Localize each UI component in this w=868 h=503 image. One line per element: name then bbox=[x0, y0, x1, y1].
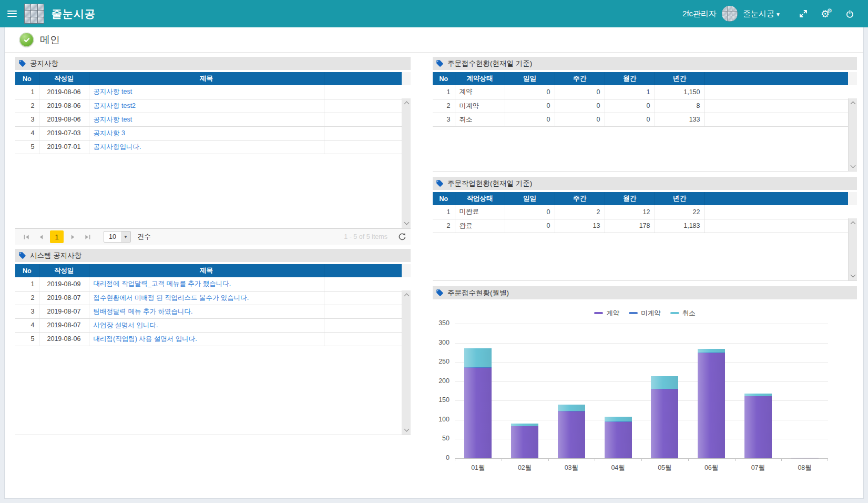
x-axis-tick bbox=[735, 458, 736, 461]
column-header[interactable]: No bbox=[15, 264, 39, 277]
column-header[interactable]: 주간 bbox=[555, 192, 605, 205]
page-size-select[interactable]: 10 ▼ bbox=[104, 231, 131, 243]
column-header[interactable]: 년간 bbox=[655, 72, 704, 85]
column-header[interactable]: 작업상태 bbox=[455, 192, 505, 205]
bar-segment-계약[interactable] bbox=[464, 368, 492, 458]
chart-plot-area: 01월02월03월04월05월06월07월08월 050100150200250… bbox=[433, 324, 857, 477]
bar-segment-계약[interactable] bbox=[698, 353, 725, 458]
column-header[interactable]: No bbox=[15, 72, 39, 85]
bar-segment-취소[interactable] bbox=[558, 405, 585, 411]
refresh-icon[interactable] bbox=[398, 233, 406, 241]
notice-link[interactable]: 공지사항 test2 bbox=[94, 102, 136, 109]
notice-link[interactable]: 팀배정달력 메뉴 추가 하였습니다. bbox=[94, 308, 193, 315]
vertical-scrollbar[interactable] bbox=[848, 218, 857, 280]
bar-segment-계약[interactable] bbox=[651, 389, 678, 458]
legend-swatch bbox=[629, 312, 638, 314]
legend-item[interactable]: 미계약 bbox=[629, 309, 661, 318]
column-header[interactable]: No bbox=[433, 72, 455, 85]
table-row: 1계약0011,150 bbox=[433, 85, 848, 99]
tag-icon bbox=[18, 59, 26, 67]
hamburger-menu-icon[interactable] bbox=[7, 11, 17, 17]
bar-segment-계약[interactable] bbox=[605, 422, 632, 458]
avatar[interactable] bbox=[722, 6, 738, 22]
column-header[interactable] bbox=[324, 264, 402, 277]
legend-swatch bbox=[594, 312, 603, 314]
bar-segment-계약[interactable] bbox=[558, 411, 585, 458]
column-header[interactable]: 일일 bbox=[505, 192, 555, 205]
column-header[interactable]: 월간 bbox=[605, 192, 655, 205]
scroll-down-icon[interactable] bbox=[851, 163, 856, 168]
bar-segment-취소[interactable] bbox=[698, 349, 725, 353]
cell: 3 bbox=[433, 113, 455, 126]
column-header[interactable]: 작성일 bbox=[39, 72, 89, 85]
scroll-down-icon[interactable] bbox=[404, 427, 410, 432]
power-icon[interactable] bbox=[841, 9, 859, 18]
org-dropdown[interactable]: 줄눈시공▼ bbox=[743, 9, 781, 19]
tag-icon bbox=[436, 289, 444, 297]
last-page-button[interactable] bbox=[81, 231, 93, 243]
cell: 2 bbox=[433, 219, 455, 233]
notice-link[interactable]: 접수현황에서 미배정 된 작업리스트 볼수가 있습니다. bbox=[94, 294, 249, 301]
y-axis-label: 200 bbox=[433, 377, 450, 385]
current-page-button[interactable]: 1 bbox=[50, 230, 64, 243]
stacked-bar bbox=[558, 405, 585, 458]
table-row: 52019-07-01공지사항입니다. bbox=[15, 140, 402, 154]
bar-segment-계약[interactable] bbox=[511, 426, 538, 458]
cell bbox=[704, 85, 848, 99]
order-work-grid: No작업상태일일주간월간년간1미완료0212222완료0131781,183 bbox=[433, 192, 857, 281]
column-header[interactable]: 주간 bbox=[555, 72, 605, 85]
notice-link[interactable]: 공지사항입니다. bbox=[94, 143, 141, 150]
scroll-down-icon[interactable] bbox=[851, 273, 856, 278]
legend-item[interactable]: 취소 bbox=[670, 309, 696, 318]
next-page-button[interactable] bbox=[67, 231, 78, 243]
notice-link[interactable]: 공지사항 3 bbox=[94, 129, 125, 137]
vertical-scrollbar[interactable] bbox=[848, 98, 857, 171]
fullscreen-icon[interactable] bbox=[794, 9, 812, 18]
page-title: 메인 bbox=[40, 33, 60, 47]
notice-link[interactable]: 대리점에 작업달력_고객 메뉴를 추가 했습니다. bbox=[94, 280, 231, 287]
cell: 1 bbox=[15, 277, 39, 291]
cell: 공지사항 test2 bbox=[89, 99, 324, 113]
scroll-up-icon[interactable] bbox=[851, 222, 856, 227]
table-row: 42019-08-07사업장 설명서 입니다. bbox=[15, 318, 402, 332]
column-header[interactable] bbox=[704, 192, 848, 205]
gridline bbox=[455, 362, 828, 363]
column-header[interactable] bbox=[704, 72, 848, 85]
settings-icon[interactable]: ⚙⚙ bbox=[818, 9, 835, 19]
column-header[interactable]: 일일 bbox=[505, 72, 555, 85]
column-header[interactable]: 작성일 bbox=[39, 264, 89, 277]
scroll-down-icon[interactable] bbox=[404, 220, 410, 225]
bar-segment-계약[interactable] bbox=[744, 396, 772, 458]
bar-segment-취소[interactable] bbox=[464, 348, 492, 368]
scroll-up-icon[interactable] bbox=[404, 294, 410, 299]
bar-segment-계약[interactable] bbox=[791, 458, 819, 458]
notice-link[interactable]: 공지사항 test bbox=[94, 88, 132, 95]
vertical-scrollbar[interactable] bbox=[402, 98, 411, 228]
prev-page-button[interactable] bbox=[35, 231, 47, 243]
notice-link[interactable]: 대리점(작업팀) 사용 설명서 입니다. bbox=[94, 335, 197, 343]
scroll-up-icon[interactable] bbox=[851, 102, 856, 107]
notice-link[interactable]: 사업장 설명서 입니다. bbox=[94, 321, 158, 329]
legend-item[interactable]: 계약 bbox=[594, 309, 619, 318]
notice-link[interactable]: 공지사항 test bbox=[94, 116, 132, 123]
table-row: 22019-08-07접수현황에서 미배정 된 작업리스트 볼수가 있습니다. bbox=[15, 291, 402, 305]
column-header[interactable] bbox=[324, 72, 402, 85]
column-header[interactable]: 계약상태 bbox=[455, 72, 505, 85]
column-header[interactable]: 월간 bbox=[605, 72, 655, 85]
cell: 2019-08-07 bbox=[39, 318, 89, 332]
x-axis-label: 02월 bbox=[502, 464, 548, 472]
y-axis-label: 300 bbox=[433, 339, 450, 346]
vertical-scrollbar[interactable] bbox=[402, 290, 411, 435]
section-order-receipt: 주문접수현황(현재일 기준) bbox=[433, 57, 857, 70]
first-page-button[interactable] bbox=[21, 231, 32, 243]
page-size-label: 건수 bbox=[137, 232, 151, 242]
column-header[interactable]: No bbox=[433, 192, 455, 205]
scroll-up-icon[interactable] bbox=[404, 102, 410, 107]
bar-segment-취소[interactable] bbox=[605, 417, 632, 421]
column-header[interactable]: 제목 bbox=[89, 72, 324, 85]
column-header[interactable]: 년간 bbox=[655, 192, 704, 205]
bar-segment-취소[interactable] bbox=[651, 376, 678, 389]
column-header[interactable]: 제목 bbox=[89, 264, 324, 277]
cell: 미완료 bbox=[455, 205, 505, 219]
top-bar: 줄눈시공 2fc관리자 줄눈시공▼ ⚙⚙ bbox=[0, 0, 868, 27]
